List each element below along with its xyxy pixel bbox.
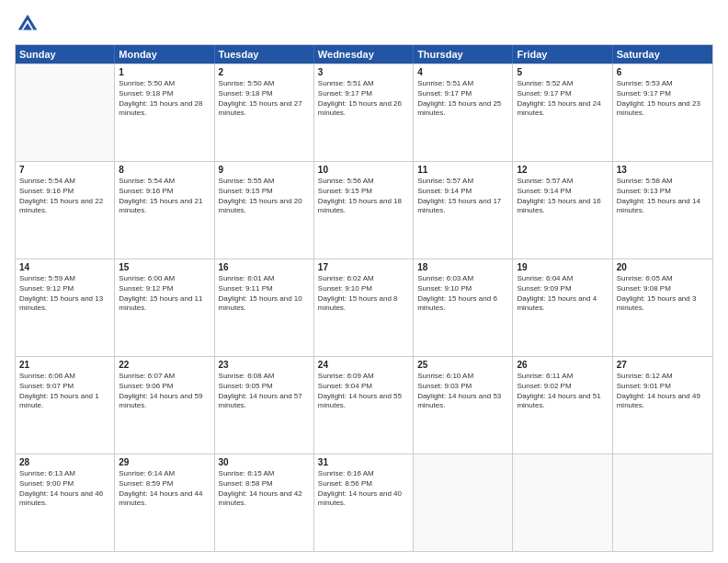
day-cell-5: 5Sunrise: 5:52 AM Sunset: 9:17 PM Daylig… xyxy=(513,64,612,161)
day-cell-12: 12Sunrise: 5:57 AM Sunset: 9:14 PM Dayli… xyxy=(513,162,612,259)
day-number: 9 xyxy=(219,165,310,175)
day-info: Sunrise: 5:51 AM Sunset: 9:17 PM Dayligh… xyxy=(417,79,508,119)
header-cell-monday: Monday xyxy=(115,45,214,63)
day-cell-13: 13Sunrise: 5:58 AM Sunset: 9:13 PM Dayli… xyxy=(613,162,712,259)
day-number: 15 xyxy=(119,262,210,272)
day-cell-19: 19Sunrise: 6:04 AM Sunset: 9:09 PM Dayli… xyxy=(513,259,612,356)
logo xyxy=(15,11,44,37)
day-info: Sunrise: 6:05 AM Sunset: 9:08 PM Dayligh… xyxy=(617,274,709,314)
day-number: 28 xyxy=(19,457,110,467)
day-info: Sunrise: 6:13 AM Sunset: 9:00 PM Dayligh… xyxy=(19,469,110,509)
day-info: Sunrise: 6:08 AM Sunset: 9:05 PM Dayligh… xyxy=(219,372,310,411)
day-cell-22: 22Sunrise: 6:07 AM Sunset: 9:06 PM Dayli… xyxy=(115,357,214,454)
day-number: 8 xyxy=(119,165,210,175)
day-info: Sunrise: 6:16 AM Sunset: 8:56 PM Dayligh… xyxy=(318,469,409,509)
week-row-2: 7Sunrise: 5:54 AM Sunset: 9:16 PM Daylig… xyxy=(16,161,712,259)
day-info: Sunrise: 6:04 AM Sunset: 9:09 PM Dayligh… xyxy=(517,274,608,314)
day-number: 2 xyxy=(219,67,310,77)
day-number: 22 xyxy=(119,360,210,370)
day-cell-27: 27Sunrise: 6:12 AM Sunset: 9:01 PM Dayli… xyxy=(613,357,712,454)
day-number: 29 xyxy=(119,457,210,467)
day-cell-29: 29Sunrise: 6:14 AM Sunset: 8:59 PM Dayli… xyxy=(115,454,214,551)
day-info: Sunrise: 5:59 AM Sunset: 9:12 PM Dayligh… xyxy=(19,274,110,314)
day-cell-14: 14Sunrise: 5:59 AM Sunset: 9:12 PM Dayli… xyxy=(16,259,115,356)
day-info: Sunrise: 6:10 AM Sunset: 9:03 PM Dayligh… xyxy=(417,372,508,411)
day-info: Sunrise: 6:09 AM Sunset: 9:04 PM Dayligh… xyxy=(318,372,409,411)
day-number: 26 xyxy=(517,360,608,370)
day-info: Sunrise: 5:57 AM Sunset: 9:14 PM Dayligh… xyxy=(517,177,608,216)
day-info: Sunrise: 6:11 AM Sunset: 9:02 PM Dayligh… xyxy=(517,372,608,411)
day-number: 14 xyxy=(19,262,110,272)
header-cell-tuesday: Tuesday xyxy=(215,45,314,63)
day-cell-empty xyxy=(16,64,115,161)
week-row-1: 1Sunrise: 5:50 AM Sunset: 9:18 PM Daylig… xyxy=(16,63,712,161)
day-info: Sunrise: 5:53 AM Sunset: 9:17 PM Dayligh… xyxy=(617,79,709,119)
day-cell-8: 8Sunrise: 5:54 AM Sunset: 9:16 PM Daylig… xyxy=(115,162,214,259)
day-info: Sunrise: 6:00 AM Sunset: 9:12 PM Dayligh… xyxy=(119,274,210,314)
week-row-5: 28Sunrise: 6:13 AM Sunset: 9:00 PM Dayli… xyxy=(16,454,712,551)
day-number: 13 xyxy=(617,165,709,175)
day-info: Sunrise: 5:52 AM Sunset: 9:17 PM Dayligh… xyxy=(517,79,608,119)
day-cell-empty xyxy=(414,454,513,551)
day-cell-15: 15Sunrise: 6:00 AM Sunset: 9:12 PM Dayli… xyxy=(115,259,214,356)
day-cell-31: 31Sunrise: 6:16 AM Sunset: 8:56 PM Dayli… xyxy=(314,454,414,551)
day-cell-30: 30Sunrise: 6:15 AM Sunset: 8:58 PM Dayli… xyxy=(215,454,314,551)
week-row-3: 14Sunrise: 5:59 AM Sunset: 9:12 PM Dayli… xyxy=(16,259,712,356)
day-cell-7: 7Sunrise: 5:54 AM Sunset: 9:16 PM Daylig… xyxy=(16,162,115,259)
day-cell-empty xyxy=(513,454,612,551)
day-number: 21 xyxy=(19,360,110,370)
day-cell-26: 26Sunrise: 6:11 AM Sunset: 9:02 PM Dayli… xyxy=(513,357,612,454)
day-info: Sunrise: 5:58 AM Sunset: 9:13 PM Dayligh… xyxy=(617,177,709,216)
day-number: 5 xyxy=(517,67,608,77)
day-cell-24: 24Sunrise: 6:09 AM Sunset: 9:04 PM Dayli… xyxy=(314,357,414,454)
day-info: Sunrise: 5:54 AM Sunset: 9:16 PM Dayligh… xyxy=(19,177,110,216)
day-cell-4: 4Sunrise: 5:51 AM Sunset: 9:17 PM Daylig… xyxy=(414,64,513,161)
header-cell-thursday: Thursday xyxy=(414,45,513,63)
day-cell-2: 2Sunrise: 5:50 AM Sunset: 9:18 PM Daylig… xyxy=(215,64,314,161)
day-cell-28: 28Sunrise: 6:13 AM Sunset: 9:00 PM Dayli… xyxy=(16,454,115,551)
day-number: 10 xyxy=(318,165,409,175)
day-number: 1 xyxy=(119,67,210,77)
day-number: 4 xyxy=(417,67,508,77)
calendar-header: SundayMondayTuesdayWednesdayThursdayFrid… xyxy=(16,45,712,63)
day-cell-empty xyxy=(613,454,712,551)
day-number: 23 xyxy=(219,360,310,370)
day-info: Sunrise: 5:56 AM Sunset: 9:15 PM Dayligh… xyxy=(318,177,409,216)
day-cell-3: 3Sunrise: 5:51 AM Sunset: 9:17 PM Daylig… xyxy=(314,64,414,161)
day-cell-20: 20Sunrise: 6:05 AM Sunset: 9:08 PM Dayli… xyxy=(613,259,712,356)
day-cell-16: 16Sunrise: 6:01 AM Sunset: 9:11 PM Dayli… xyxy=(215,259,314,356)
header-cell-friday: Friday xyxy=(513,45,612,63)
day-cell-10: 10Sunrise: 5:56 AM Sunset: 9:15 PM Dayli… xyxy=(314,162,414,259)
day-number: 17 xyxy=(318,262,409,272)
header-cell-saturday: Saturday xyxy=(613,45,712,63)
day-cell-17: 17Sunrise: 6:02 AM Sunset: 9:10 PM Dayli… xyxy=(314,259,414,356)
day-number: 11 xyxy=(417,165,508,175)
header-cell-wednesday: Wednesday xyxy=(314,45,414,63)
day-cell-21: 21Sunrise: 6:06 AM Sunset: 9:07 PM Dayli… xyxy=(16,357,115,454)
day-cell-18: 18Sunrise: 6:03 AM Sunset: 9:10 PM Dayli… xyxy=(414,259,513,356)
page: SundayMondayTuesdayWednesdayThursdayFrid… xyxy=(0,0,728,563)
day-info: Sunrise: 5:54 AM Sunset: 9:16 PM Dayligh… xyxy=(119,177,210,216)
day-info: Sunrise: 5:50 AM Sunset: 9:18 PM Dayligh… xyxy=(119,79,210,119)
day-number: 31 xyxy=(318,457,409,467)
day-info: Sunrise: 5:57 AM Sunset: 9:14 PM Dayligh… xyxy=(417,177,508,216)
day-number: 12 xyxy=(517,165,608,175)
logo-icon xyxy=(15,11,40,37)
day-info: Sunrise: 6:14 AM Sunset: 8:59 PM Dayligh… xyxy=(119,469,210,509)
day-cell-1: 1Sunrise: 5:50 AM Sunset: 9:18 PM Daylig… xyxy=(115,64,214,161)
day-number: 18 xyxy=(417,262,508,272)
day-number: 6 xyxy=(617,67,709,77)
day-number: 30 xyxy=(219,457,310,467)
day-info: Sunrise: 6:03 AM Sunset: 9:10 PM Dayligh… xyxy=(417,274,508,314)
day-number: 19 xyxy=(517,262,608,272)
day-cell-11: 11Sunrise: 5:57 AM Sunset: 9:14 PM Dayli… xyxy=(414,162,513,259)
day-info: Sunrise: 5:55 AM Sunset: 9:15 PM Dayligh… xyxy=(219,177,310,216)
day-number: 3 xyxy=(318,67,409,77)
day-info: Sunrise: 6:12 AM Sunset: 9:01 PM Dayligh… xyxy=(617,372,709,411)
day-info: Sunrise: 5:51 AM Sunset: 9:17 PM Dayligh… xyxy=(318,79,409,119)
day-number: 25 xyxy=(417,360,508,370)
day-number: 16 xyxy=(219,262,310,272)
week-row-4: 21Sunrise: 6:06 AM Sunset: 9:07 PM Dayli… xyxy=(16,356,712,454)
day-info: Sunrise: 6:01 AM Sunset: 9:11 PM Dayligh… xyxy=(219,274,310,314)
day-number: 7 xyxy=(19,165,110,175)
